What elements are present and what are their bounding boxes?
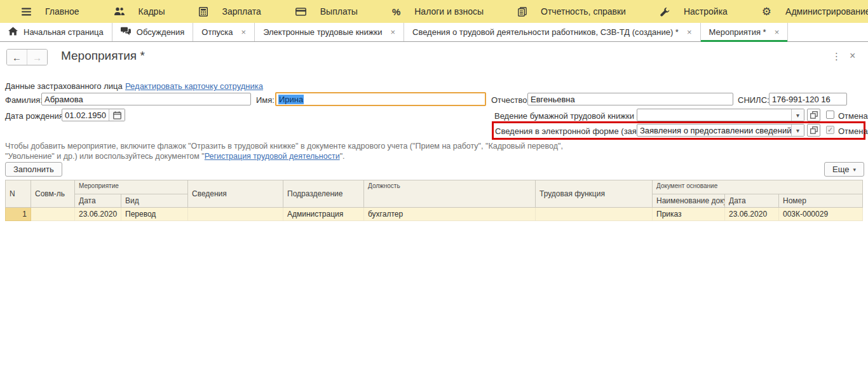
- calendar-icon[interactable]: [109, 109, 125, 121]
- hint-line-2: "Увольнение" и др.) или воспользуйтесь д…: [5, 152, 345, 161]
- col-header-n[interactable]: N: [6, 180, 31, 208]
- menu-item-settings[interactable]: Настройка: [660, 6, 728, 17]
- registration-work-activity-link[interactable]: Регистрация трудовой деятельности: [205, 152, 340, 161]
- paper-book-combo[interactable]: ▾: [637, 109, 804, 121]
- col-header-doc-date[interactable]: Дата: [725, 194, 779, 208]
- page-title: Мероприятия *: [61, 49, 145, 63]
- menu-label: Налоги и взносы: [414, 6, 484, 17]
- tab-events-active[interactable]: Мероприятия * ×: [701, 23, 789, 41]
- tab-bar: Начальная страница Обсуждения Отпуска × …: [0, 23, 868, 42]
- lastname-input[interactable]: [41, 93, 251, 105]
- cell-vid[interactable]: Перевод: [121, 208, 188, 221]
- menu-label: Зарплата: [222, 6, 261, 17]
- cell-sovmestitel[interactable]: [31, 208, 75, 221]
- menu-item-main[interactable]: Главное: [22, 6, 79, 17]
- tab-label: Электронные трудовые книжки: [263, 27, 382, 37]
- menu-item-reports[interactable]: Отчетность, справки: [518, 6, 626, 17]
- cell-trud-funkciya[interactable]: [536, 208, 653, 221]
- cell-doc-date[interactable]: 23.06.2020: [725, 208, 779, 221]
- fill-button-label: Заполнить: [13, 165, 54, 174]
- table-row[interactable]: 1 23.06.2020 Перевод Администрация бухга…: [6, 208, 863, 221]
- open-in-window-icon: [810, 111, 818, 119]
- middlename-label: Отчество:: [491, 95, 529, 105]
- col-header-trud-funkciya[interactable]: Трудовая функция: [536, 180, 653, 208]
- paper-cancel-label: Отмена: [838, 111, 868, 121]
- cell-doc-name[interactable]: Приказ: [653, 208, 725, 221]
- cell-data[interactable]: 23.06.2020: [75, 208, 121, 221]
- birthdate-input[interactable]: [62, 109, 109, 121]
- col-header-vid[interactable]: Вид: [121, 194, 188, 208]
- more-button-label: Еще: [832, 165, 849, 174]
- more-commands-kebab-icon[interactable]: ⋮: [832, 51, 841, 62]
- tab-label: Сведения о трудовой деятельности работни…: [412, 27, 679, 37]
- cell-svedeniya[interactable]: [188, 208, 283, 221]
- close-tab-icon[interactable]: ×: [390, 27, 395, 37]
- col-header-sovmestitel[interactable]: Совм-ль: [31, 180, 75, 208]
- col-header-svedeniya[interactable]: Сведения: [188, 180, 283, 208]
- menu-label: Администрирование: [785, 6, 868, 17]
- home-icon: [8, 27, 18, 37]
- calculator-icon: [199, 7, 208, 17]
- col-header-podrazdelenie[interactable]: Подразделение: [283, 180, 364, 208]
- events-table: N Совм-ль Мероприятие Сведения Подраздел…: [5, 180, 863, 221]
- electronic-combo[interactable]: Заявления о предоставлении сведений о тр…: [637, 124, 804, 137]
- birthdate-field: [62, 109, 125, 121]
- col-group-event[interactable]: Мероприятие: [75, 180, 188, 194]
- menu-label: Главное: [45, 6, 79, 17]
- chevron-down-icon[interactable]: ▾: [791, 125, 804, 136]
- main-menu-bar: Главное Кадры Зарплата Выплаты % Налоги …: [0, 0, 868, 23]
- menu-item-payments[interactable]: Выплаты: [295, 6, 358, 17]
- wrench-icon: [660, 7, 670, 17]
- electronic-cancel-label: Отмена: [838, 126, 868, 136]
- menu-label: Кадры: [139, 6, 165, 17]
- paper-cancel-checkbox[interactable]: [826, 111, 834, 119]
- menu-label: Отчетность, справки: [541, 6, 626, 17]
- hint-line-1: Чтобы добавить мероприятие, включите фла…: [5, 142, 563, 151]
- close-form-icon[interactable]: ×: [850, 50, 855, 62]
- col-header-dolzhnost[interactable]: Должность: [364, 180, 536, 208]
- close-tab-icon[interactable]: ×: [775, 27, 780, 37]
- tab-label: Мероприятия *: [709, 27, 766, 37]
- more-button[interactable]: Еще▾: [824, 162, 864, 177]
- col-header-doc-num[interactable]: Номер: [779, 194, 863, 208]
- edit-employee-card-link[interactable]: Редактировать карточку сотрудника: [125, 81, 263, 91]
- back-button[interactable]: ←: [7, 50, 27, 65]
- firstname-label: Имя:: [256, 95, 275, 105]
- percent-icon: %: [392, 6, 400, 17]
- col-header-doc-name[interactable]: Наименование докум...: [653, 194, 725, 208]
- col-header-data[interactable]: Дата: [75, 194, 121, 208]
- menu-item-hr[interactable]: Кадры: [114, 6, 165, 17]
- hint-text: "Увольнение" и др.) или воспользуйтесь д…: [5, 152, 205, 161]
- fill-button[interactable]: Заполнить: [5, 162, 62, 177]
- forward-button[interactable]: →: [27, 50, 47, 65]
- menu-item-taxes[interactable]: % Налоги и взносы: [392, 6, 484, 17]
- cell-n[interactable]: 1: [6, 208, 31, 221]
- menu-item-administration[interactable]: ⚙ Администрирование: [762, 6, 868, 17]
- people-icon: [114, 7, 125, 16]
- close-tab-icon[interactable]: ×: [687, 27, 692, 37]
- close-tab-icon[interactable]: ×: [241, 27, 247, 37]
- electronic-cancel-checkbox-checked[interactable]: ✓: [826, 126, 834, 134]
- snils-input[interactable]: [769, 93, 847, 105]
- firstname-input-focused[interactable]: Ирина: [275, 92, 486, 106]
- hamburger-icon: [22, 8, 31, 16]
- tab-label: Обсуждения: [137, 27, 185, 37]
- menu-item-salary[interactable]: Зарплата: [199, 6, 261, 17]
- menu-label: Выплаты: [320, 6, 358, 17]
- chevron-down-icon[interactable]: ▾: [791, 109, 804, 121]
- tab-electronic-work-books[interactable]: Электронные трудовые книжки ×: [255, 23, 404, 41]
- cell-dolzhnost[interactable]: бухгалтер: [364, 208, 536, 221]
- chat-icon: [121, 27, 131, 37]
- cell-doc-num[interactable]: 003К-000029: [779, 208, 863, 221]
- col-group-doc-osnovanie[interactable]: Документ основание: [653, 180, 863, 194]
- open-in-window-icon: [810, 126, 818, 134]
- tab-home-page[interactable]: Начальная страница: [0, 23, 112, 41]
- middlename-input[interactable]: [527, 93, 733, 105]
- cell-podrazdelenie[interactable]: Администрация: [283, 208, 364, 221]
- chevron-down-icon: ▾: [853, 166, 856, 173]
- paper-book-open-button[interactable]: [807, 109, 820, 121]
- tab-vacations[interactable]: Отпуска ×: [193, 23, 255, 41]
- electronic-open-button[interactable]: [807, 124, 820, 137]
- tab-discussions[interactable]: Обсуждения: [112, 23, 194, 41]
- tab-szv-td-document[interactable]: Сведения о трудовой деятельности работни…: [404, 23, 700, 41]
